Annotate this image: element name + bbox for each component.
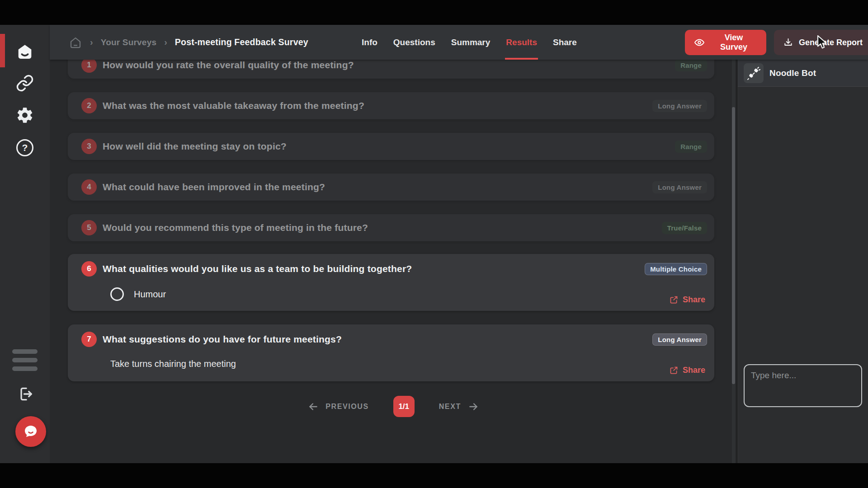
question-card-3[interactable]: 3 How well did the meeting stay on topic… [68,133,714,160]
question-card-5[interactable]: 5 Would you recommend this type of meeti… [68,214,714,241]
logout-button[interactable] [0,384,50,404]
chatbot-panel: Noodle Bot [737,60,868,463]
sidebar: ? [0,25,50,463]
share-question-button[interactable]: Share [669,366,705,375]
view-survey-button[interactable]: View Survey [685,30,766,55]
question-text: What qualities would you like us as a te… [103,263,412,274]
breadcrumb-current: Post-meeting Feedback Survey [175,37,308,47]
tab-questions[interactable]: Questions [393,25,435,60]
radio-button[interactable] [110,287,124,301]
chat-widget-button[interactable] [15,416,46,447]
question-card-7[interactable]: 7 What suggestions do you have for futur… [68,324,714,381]
menu-icon [12,349,38,371]
question-type-badge: Multiple Choice [645,263,707,275]
link-icon [16,74,34,92]
question-type-badge: Long Answer [652,333,707,346]
top-letterbox [0,0,868,25]
page-header: › Your Surveys › Post-meeting Feedback S… [50,25,868,60]
question-text: How well did the meeting stay on topic? [103,141,287,152]
previous-page-button[interactable]: PREVIOUS [307,401,369,413]
gear-icon [16,106,34,124]
breadcrumb-parent[interactable]: Your Surveys [101,38,157,47]
breadcrumb-separator: › [164,37,167,47]
mail-icon [15,42,35,61]
question-number: 5 [81,220,97,235]
share-icon [669,366,679,375]
generate-report-button[interactable]: Generate Report [774,30,868,55]
sidebar-item-help[interactable]: ? [0,138,50,158]
next-page-button[interactable]: NEXT [439,401,479,413]
download-icon [783,38,793,48]
question-card-1[interactable]: 1 How would you rate the overall quality… [68,60,714,79]
tab-share[interactable]: Share [553,25,577,60]
question-text: Would you recommend this type of meeting… [103,222,368,233]
chatbot-input[interactable] [744,364,862,407]
share-question-button[interactable]: Share [669,295,705,305]
page-indicator: 1/1 [393,396,415,417]
eye-icon [694,37,705,48]
arrow-right-icon [467,401,479,413]
question-text: What was the most valuable takeaway from… [103,100,364,111]
question-type-badge: Range [675,60,707,71]
question-type-badge: Range [675,141,707,153]
noodle-bot-icon [744,63,764,83]
nav-tabs: Info Questions Summary Results Share [362,25,577,60]
menu-toggle[interactable] [0,348,50,372]
question-card-2[interactable]: 2 What was the most valuable takeaway fr… [68,92,714,119]
question-number: 7 [81,332,97,347]
question-text: How would you rate the overall quality o… [103,60,354,70]
question-text: What could have been improved in the mee… [103,182,325,192]
question-number: 4 [81,179,97,195]
chatbot-title: Noodle Bot [769,68,816,78]
sidebar-item-surveys[interactable] [0,42,50,61]
question-card-4[interactable]: 4 What could have been improved in the m… [68,174,714,201]
chat-bubble-icon [22,423,39,440]
pagination: PREVIOUS 1/1 NEXT [50,396,737,417]
question-card-6[interactable]: 6 What qualities would you like us as a … [68,254,714,311]
home-icon[interactable] [69,36,82,49]
question-text: What suggestions do you have for future … [103,334,342,345]
option-label: Humour [134,289,166,300]
question-type-badge: Long Answer [652,181,707,193]
app-window: ? [0,0,868,488]
tab-summary[interactable]: Summary [451,25,491,60]
scrollbar-track[interactable] [732,60,735,463]
question-type-badge: Long Answer [652,100,707,112]
scrollbar-thumb[interactable] [732,107,735,384]
logout-icon [16,385,33,403]
share-icon [669,295,679,305]
help-icon: ? [16,139,33,156]
breadcrumb: › Your Surveys › Post-meeting Feedback S… [69,25,308,60]
question-type-badge: True/False [662,222,707,234]
question-number: 3 [81,139,97,154]
chatbot-header: Noodle Bot [738,60,868,87]
tab-results[interactable]: Results [506,25,537,60]
bottom-letterbox [0,463,868,488]
question-number: 2 [81,98,97,113]
answer-text: Take turns chairing the meeting [110,359,707,369]
tab-info[interactable]: Info [362,25,377,60]
sidebar-item-settings[interactable] [0,105,50,125]
breadcrumb-separator: › [90,37,93,47]
results-question-list: 1 How would you rate the overall quality… [50,60,737,463]
question-number: 6 [81,261,97,277]
sidebar-item-links[interactable] [0,73,50,93]
question-number: 1 [81,60,97,73]
arrow-left-icon [307,401,319,413]
